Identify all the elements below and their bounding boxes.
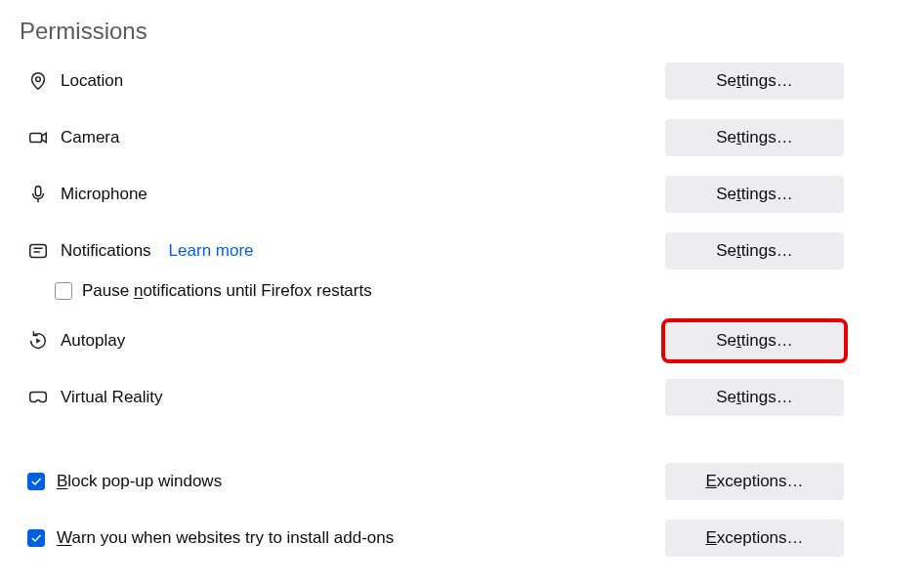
warn-addons-label: Warn you when websites try to install ad… xyxy=(57,528,394,548)
location-settings-button[interactable]: Settings… xyxy=(665,63,844,100)
block-popups-exceptions-button[interactable]: Exceptions… xyxy=(665,463,844,500)
notifications-icon xyxy=(27,240,49,262)
block-popups-checkbox[interactable] xyxy=(27,473,45,490)
warn-addons-checkbox[interactable] xyxy=(27,529,45,547)
permission-row-virtual-reality: Virtual Reality Settings… xyxy=(21,379,903,416)
warn-addons-exceptions-button[interactable]: Exceptions… xyxy=(665,520,844,557)
microphone-label: Microphone xyxy=(61,185,147,204)
svg-rect-3 xyxy=(30,245,47,258)
virtual-reality-label: Virtual Reality xyxy=(61,388,163,407)
notifications-settings-button[interactable]: Settings… xyxy=(665,232,844,270)
section-title: Permissions xyxy=(20,18,903,45)
notifications-label: Notifications xyxy=(61,241,151,261)
block-popups-label: Block pop-up windows xyxy=(57,472,222,491)
permission-row-notifications: Notifications Learn more Settings… xyxy=(21,232,903,270)
pause-notifications-label: Pause notifications until Firefox restar… xyxy=(82,281,372,301)
camera-icon xyxy=(27,127,49,148)
svg-point-0 xyxy=(36,77,41,82)
permission-row-location: Location Settings… xyxy=(21,63,903,100)
permission-row-camera: Camera Settings… xyxy=(21,119,903,156)
virtual-reality-settings-button[interactable]: Settings… xyxy=(665,379,844,416)
autoplay-settings-button[interactable]: Settings… xyxy=(665,322,844,359)
camera-label: Camera xyxy=(61,128,119,147)
location-icon xyxy=(27,70,49,92)
camera-settings-button[interactable]: Settings… xyxy=(665,119,844,156)
location-label: Location xyxy=(61,71,123,91)
pause-notifications-row: Pause notifications until Firefox restar… xyxy=(21,281,903,301)
svg-rect-2 xyxy=(35,187,41,196)
pause-notifications-checkbox[interactable] xyxy=(55,282,72,300)
notifications-learn-more-link[interactable]: Learn more xyxy=(169,241,254,261)
permission-row-autoplay: Autoplay Settings… xyxy=(21,322,903,359)
block-popups-row: Block pop-up windows Exceptions… xyxy=(21,463,903,500)
autoplay-label: Autoplay xyxy=(61,331,125,351)
microphone-settings-button[interactable]: Settings… xyxy=(665,176,844,213)
microphone-icon xyxy=(27,184,49,205)
svg-rect-1 xyxy=(30,133,42,142)
autoplay-icon xyxy=(27,330,49,352)
permission-row-microphone: Microphone Settings… xyxy=(21,176,903,213)
virtual-reality-icon xyxy=(27,387,49,408)
warn-addons-row: Warn you when websites try to install ad… xyxy=(21,520,903,557)
